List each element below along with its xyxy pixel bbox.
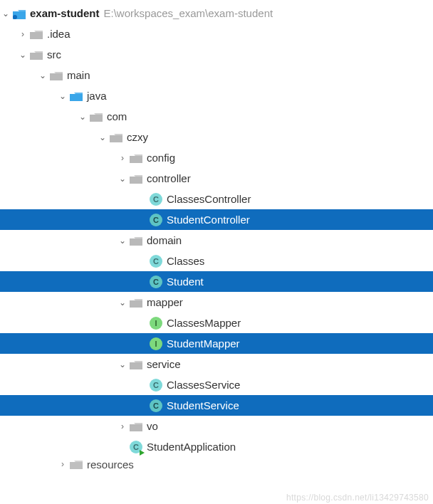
node-label: main bbox=[67, 65, 90, 85]
project-tree[interactable]: ⌄ exam-student E:\workspaces_exam\exam-s… bbox=[0, 0, 433, 474]
chevron-right-icon[interactable]: › bbox=[57, 458, 68, 470]
node-label: src bbox=[47, 44, 61, 65]
svg-marker-5 bbox=[30, 51, 43, 53]
chevron-down-icon[interactable]: ⌄ bbox=[57, 90, 68, 102]
chevron-right-icon[interactable]: › bbox=[117, 152, 128, 164]
package-icon bbox=[130, 152, 142, 164]
watermark: https://blog.csdn.net/li13429743580 bbox=[286, 493, 429, 503]
node-label: vo bbox=[147, 416, 158, 436]
svg-rect-22 bbox=[130, 300, 142, 308]
package-icon bbox=[130, 358, 142, 371]
node-label: StudentController bbox=[167, 209, 250, 230]
runnable-class-icon: C bbox=[130, 441, 142, 453]
tree-row-classes[interactable]: › C Classes bbox=[0, 251, 433, 271]
tree-row-config[interactable]: › config bbox=[0, 147, 433, 168]
interface-icon: I bbox=[150, 317, 162, 330]
svg-marker-27 bbox=[70, 461, 83, 462]
node-label: .idea bbox=[47, 23, 71, 44]
tree-row-java[interactable]: ⌄ java bbox=[0, 85, 433, 106]
chevron-right-icon[interactable]: › bbox=[117, 421, 128, 432]
node-label: mapper bbox=[147, 292, 183, 313]
node-label: Classes bbox=[167, 251, 204, 271]
class-icon: C bbox=[150, 275, 162, 288]
chevron-right-icon[interactable]: › bbox=[17, 28, 28, 40]
tree-row-mapper[interactable]: ⌄ mapper bbox=[0, 292, 433, 313]
package-icon bbox=[130, 234, 142, 247]
folder-icon bbox=[30, 28, 43, 41]
node-label: domain bbox=[147, 230, 182, 251]
tree-row-student-mapper[interactable]: › I StudentMapper bbox=[0, 333, 433, 354]
chevron-down-icon[interactable]: ⌄ bbox=[17, 49, 28, 61]
svg-rect-14 bbox=[110, 135, 122, 142]
svg-rect-6 bbox=[30, 53, 43, 60]
tree-row-root[interactable]: ⌄ exam-student E:\workspaces_exam\exam-s… bbox=[0, 3, 433, 23]
svg-rect-12 bbox=[90, 115, 103, 122]
svg-marker-3 bbox=[30, 31, 43, 32]
tree-row-classes-mapper[interactable]: › I ClassesMapper bbox=[0, 313, 433, 333]
package-icon bbox=[130, 172, 142, 185]
folder-icon bbox=[50, 69, 63, 82]
tree-row-classes-controller[interactable]: › C ClassesController bbox=[0, 189, 433, 209]
tree-row-vo[interactable]: › vo bbox=[0, 416, 433, 436]
svg-marker-25 bbox=[130, 423, 142, 424]
chevron-down-icon[interactable]: ⌄ bbox=[117, 173, 128, 184]
tree-row-service[interactable]: ⌄ service bbox=[0, 354, 433, 374]
svg-marker-21 bbox=[130, 299, 142, 300]
class-icon: C bbox=[150, 255, 162, 268]
svg-rect-10 bbox=[70, 94, 83, 101]
svg-point-2 bbox=[13, 15, 17, 19]
tree-row-src[interactable]: ⌄ src bbox=[0, 44, 433, 65]
tree-row-classes-service[interactable]: › C ClassesService bbox=[0, 374, 433, 395]
source-folder-icon bbox=[70, 90, 83, 103]
class-icon: C bbox=[150, 214, 162, 226]
interface-icon: I bbox=[150, 337, 162, 350]
svg-marker-13 bbox=[110, 134, 122, 135]
svg-rect-16 bbox=[130, 156, 142, 163]
node-label: ClassesService bbox=[167, 374, 240, 395]
node-label: czxy bbox=[127, 127, 148, 147]
root-path: E:\workspaces_exam\exam-student bbox=[104, 7, 273, 19]
chevron-down-icon[interactable]: ⌄ bbox=[97, 132, 108, 143]
package-icon bbox=[130, 420, 142, 433]
svg-rect-8 bbox=[50, 73, 63, 80]
svg-rect-18 bbox=[130, 177, 142, 184]
svg-marker-9 bbox=[70, 93, 83, 94]
svg-marker-19 bbox=[130, 237, 142, 238]
svg-rect-26 bbox=[130, 424, 142, 431]
tree-row-student[interactable]: › C Student bbox=[0, 271, 433, 292]
tree-row-controller[interactable]: ⌄ controller bbox=[0, 168, 433, 189]
tree-row-idea[interactable]: › .idea bbox=[0, 23, 433, 44]
module-icon bbox=[13, 7, 26, 20]
package-icon bbox=[130, 296, 142, 309]
node-label: StudentApplication bbox=[147, 436, 236, 457]
chevron-down-icon[interactable]: ⌄ bbox=[77, 111, 88, 122]
chevron-down-icon[interactable]: ⌄ bbox=[117, 297, 128, 308]
tree-row-student-service[interactable]: › C StudentService bbox=[0, 395, 433, 416]
svg-marker-11 bbox=[90, 113, 103, 115]
class-icon: C bbox=[150, 193, 162, 206]
node-label: controller bbox=[147, 168, 191, 189]
tree-row-resources[interactable]: › resources bbox=[0, 457, 433, 471]
folder-icon bbox=[70, 458, 83, 471]
tree-row-student-controller[interactable]: › C StudentController bbox=[0, 209, 433, 230]
class-icon: C bbox=[150, 399, 162, 412]
svg-marker-23 bbox=[130, 361, 142, 362]
svg-marker-15 bbox=[130, 154, 142, 156]
root-name: exam-student bbox=[30, 3, 100, 23]
node-label: config bbox=[147, 147, 175, 168]
chevron-down-icon[interactable]: ⌄ bbox=[117, 359, 128, 370]
chevron-down-icon[interactable]: ⌄ bbox=[0, 8, 11, 19]
tree-row-com[interactable]: ⌄ com bbox=[0, 106, 433, 127]
svg-marker-17 bbox=[130, 175, 142, 177]
node-label: com bbox=[107, 106, 127, 127]
package-icon bbox=[90, 110, 103, 123]
tree-row-domain[interactable]: ⌄ domain bbox=[0, 230, 433, 251]
tree-row-main[interactable]: ⌄ main bbox=[0, 65, 433, 85]
svg-marker-7 bbox=[50, 72, 63, 73]
tree-row-student-application[interactable]: › C StudentApplication bbox=[0, 436, 433, 457]
svg-marker-0 bbox=[13, 10, 26, 11]
svg-rect-28 bbox=[70, 462, 83, 469]
tree-row-czxy[interactable]: ⌄ czxy bbox=[0, 127, 433, 147]
chevron-down-icon[interactable]: ⌄ bbox=[37, 70, 48, 81]
chevron-down-icon[interactable]: ⌄ bbox=[117, 235, 128, 246]
